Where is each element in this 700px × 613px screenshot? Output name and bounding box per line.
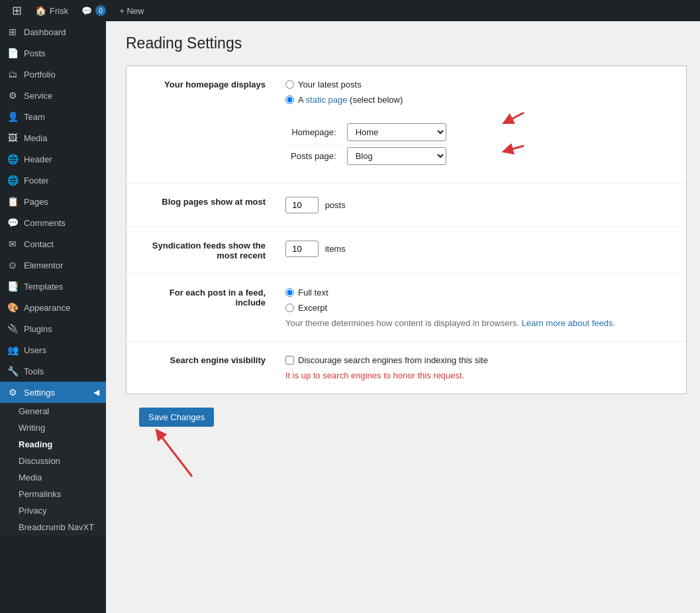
settings-form: Your homepage displays Your latest posts… [126,66,687,394]
sidebar-item-dashboard[interactable]: ⊞ Dashboard [0,21,106,42]
main-content: Reading Settings Your homepage displays … [106,21,700,613]
sidebar-item-portfolio[interactable]: 🗂 Portfolio [0,64,106,85]
page-selects-container: Homepage: Home About Contact Blog [285,113,452,168]
wp-logo[interactable]: ⊞ [5,0,28,21]
syndication-feeds-label: Syndication feeds show the most recent [126,227,272,274]
posts-page-select[interactable]: Blog Home About News [347,147,446,165]
syndication-feeds-row: Syndication feeds show the most recent 1… [126,227,686,274]
discourage-checkbox-label[interactable]: Discourage search engines from indexing … [285,355,673,365]
feed-include-label: For each post in a feed, include [126,274,272,342]
submenu-permalinks[interactable]: Permalinks [0,486,106,502]
sidebar-item-settings[interactable]: ⚙ Settings ◀ [0,382,106,403]
sidebar-item-footer[interactable]: 🌐 Footer [0,170,106,191]
static-page-radio[interactable] [285,95,294,104]
sidebar-item-pages[interactable]: 📋 Pages [0,191,106,212]
pages-icon: 📋 [7,196,19,207]
svg-line-5 [159,433,192,476]
homepage-displays-label: Your homepage displays [126,66,272,184]
posts-page-select-cell: Blog Home About News [342,144,452,168]
feed-include-field: Full text Excerpt Your theme determines … [272,274,686,342]
media-icon: 🖼 [7,133,19,143]
discourage-checkbox[interactable] [285,356,294,364]
settings-submenu: General Writing Reading Discussion Media… [0,403,106,535]
users-icon: 👥 [7,345,19,355]
search-engine-field: Discourage search engines from indexing … [272,342,686,394]
feed-include-row: For each post in a feed, include Full te… [126,274,686,342]
feed-description: Your theme determines how content is dis… [285,318,673,328]
sidebar-item-contact[interactable]: ✉ Contact [0,233,106,254]
homepage-displays-row: Your homepage displays Your latest posts… [126,66,686,184]
latest-posts-option[interactable]: Your latest posts [285,80,673,89]
sidebar-item-templates[interactable]: 📑 Templates [0,276,106,297]
excerpt-radio[interactable] [285,304,294,312]
comments-icon: 💬 [7,217,19,228]
syndication-feeds-input[interactable]: 10 [285,241,319,257]
portfolio-icon: 🗂 [7,69,19,80]
static-page-option[interactable]: A static page (select below) [285,95,673,105]
page-title: Reading Settings [126,34,687,52]
learn-more-link[interactable]: Learn more about feeds. [522,318,616,328]
save-arrow [139,427,219,480]
app-body: ⊞ Dashboard 📄 Posts 🗂 Portfolio ⚙ Servic… [0,21,700,613]
dashboard-icon: ⊞ [7,27,19,37]
settings-icon: ⚙ [7,387,19,398]
submenu-privacy[interactable]: Privacy [0,502,106,519]
blog-pages-row: Blog pages show at most 10 posts [126,184,686,227]
sidebar-item-comments[interactable]: 💬 Comments [0,212,106,233]
excerpt-option[interactable]: Excerpt [285,303,673,313]
team-icon: 👤 [7,111,19,122]
new-content[interactable]: + New [113,0,150,21]
posts-page-select-label: Posts page: [285,144,342,168]
elementor-icon: ⊙ [7,260,19,270]
homepage-radio-group: Your latest posts A static page (select … [285,80,673,105]
latest-posts-radio[interactable] [285,80,294,89]
homepage-select-cell: Home About Contact Blog [342,121,452,144]
sidebar-item-team[interactable]: 👤 Team [0,106,106,127]
full-text-radio[interactable] [285,288,294,297]
sidebar-item-header[interactable]: 🌐 Header [0,148,106,170]
syndication-feeds-field: 10 items [272,227,686,274]
search-engine-warning: It is up to search engines to honor this… [285,370,673,380]
svg-line-3 [507,146,524,150]
sidebar-item-service[interactable]: ⚙ Service [0,85,106,106]
posts-icon: 📄 [7,48,19,58]
svg-line-2 [507,113,524,121]
settings-table: Your homepage displays Your latest posts… [126,66,686,394]
full-text-option[interactable]: Full text [285,288,673,298]
appearance-icon: 🎨 [7,302,19,313]
footer-icon: 🌐 [7,175,19,186]
static-page-link[interactable]: static page [306,95,348,105]
site-name[interactable]: 🏠 Frisk [28,0,75,21]
comments-link[interactable]: 💬 0 [75,0,113,21]
blog-pages-field: 10 posts [272,184,686,227]
sidebar-item-tools[interactable]: 🔧 Tools [0,361,106,382]
submenu-media[interactable]: Media [0,469,106,486]
save-section: Save Changes [126,394,214,440]
search-engine-label: Search engine visibility [126,342,272,394]
plugins-icon: 🔌 [7,323,19,334]
page-dropdowns-table: Homepage: Home About Contact Blog [285,121,452,168]
submenu-general[interactable]: General [0,403,106,419]
save-changes-button[interactable]: Save Changes [139,408,214,427]
templates-icon: 📑 [7,281,19,292]
homepage-select-row: Homepage: Home About Contact Blog [285,121,452,144]
sidebar-item-elementor[interactable]: ⊙ Elementor [0,254,106,276]
submenu-reading[interactable]: Reading [0,436,106,453]
blog-pages-input[interactable]: 10 [285,197,319,213]
sidebar: ⊞ Dashboard 📄 Posts 🗂 Portfolio ⚙ Servic… [0,21,106,613]
sidebar-item-appearance[interactable]: 🎨 Appearance [0,297,106,318]
sidebar-item-plugins[interactable]: 🔌 Plugins [0,318,106,339]
sidebar-item-users[interactable]: 👥 Users [0,339,106,361]
sidebar-item-media[interactable]: 🖼 Media [0,127,106,148]
service-icon: ⚙ [7,90,19,101]
submenu-writing[interactable]: Writing [0,419,106,436]
homepage-displays-field: Your latest posts A static page (select … [272,66,686,184]
submenu-discussion[interactable]: Discussion [0,453,106,469]
content-wrapper: Reading Settings Your homepage displays … [126,34,687,440]
feed-radio-group: Full text Excerpt [285,288,673,313]
sidebar-item-posts[interactable]: 📄 Posts [0,42,106,64]
homepage-select[interactable]: Home About Contact Blog [347,123,446,141]
submenu-breadcrumb[interactable]: Breadcrumb NavXT [0,519,106,535]
tools-icon: 🔧 [7,366,19,376]
homepage-select-label: Homepage: [285,121,342,144]
